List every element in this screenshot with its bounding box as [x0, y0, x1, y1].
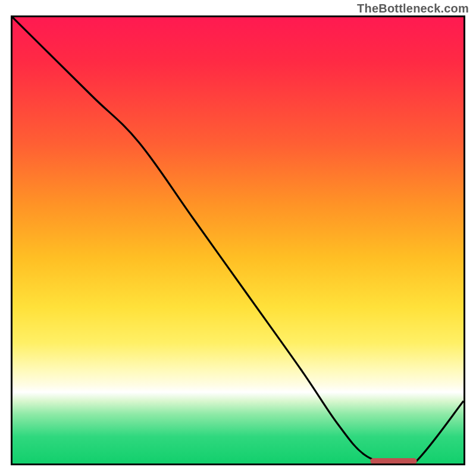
attribution-label: TheBottleneck.com	[357, 2, 469, 15]
series-curve	[12, 17, 464, 464]
line-chart-svg	[12, 17, 464, 464]
plot-area	[11, 15, 465, 465]
chart-container: TheBottleneck.com	[0, 0, 476, 476]
